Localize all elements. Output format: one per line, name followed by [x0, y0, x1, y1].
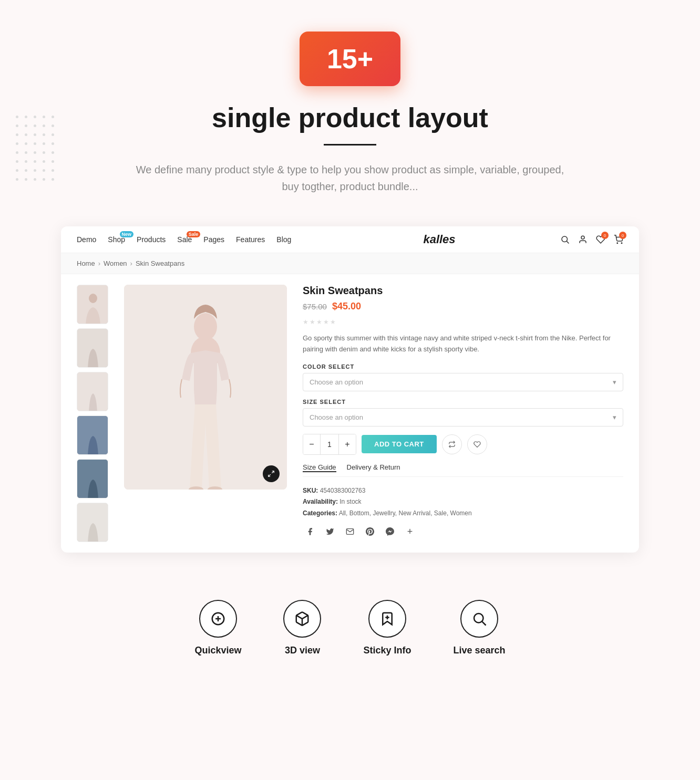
bookmark-icon: [379, 611, 395, 627]
size-chevron-icon: ▾: [613, 413, 616, 421]
quickview-label: Quickview: [194, 645, 241, 656]
breadcrumb: Home › Women › Skin Sweatpans: [61, 253, 639, 274]
qty-decrease-button[interactable]: −: [303, 434, 320, 454]
add-to-cart-row: − 1 + ADD TO CART: [303, 434, 623, 455]
site-logo: kalles: [318, 233, 560, 246]
3dview-label: 3D view: [285, 645, 320, 656]
product-main-image: -40%: [124, 285, 287, 542]
categories-row: Categories: All, Bottom, Jewellry, New A…: [303, 508, 623, 519]
size-select-placeholder: Choose an option: [310, 413, 363, 421]
product-stars: ★ ★ ★ ★ ★: [303, 318, 623, 326]
livesearch-icon-circle[interactable]: [460, 600, 498, 638]
account-nav-icon[interactable]: [578, 235, 588, 244]
availability-label: Availability:: [303, 498, 338, 505]
svg-line-17: [272, 471, 274, 473]
qty-increase-button[interactable]: +: [339, 434, 356, 454]
color-chevron-icon: ▾: [613, 378, 616, 386]
nav-shop[interactable]: Shop New: [108, 235, 125, 244]
sku-label: SKU:: [303, 487, 318, 494]
thumbnail-3[interactable]: [77, 372, 108, 411]
product-tabs: Size Guide Delivery & Return: [303, 463, 623, 477]
nav-blog[interactable]: Blog: [276, 235, 291, 244]
stickyinfo-icon-circle[interactable]: [368, 600, 406, 638]
wishlist-count: 0: [601, 232, 609, 239]
thumbnail-5[interactable]: [77, 459, 108, 498]
svg-line-18: [269, 474, 271, 476]
nav-products[interactable]: Products: [137, 235, 166, 244]
wishlist-button[interactable]: [467, 434, 487, 454]
nav-sale[interactable]: Sale Sale: [177, 235, 192, 244]
stickyinfo-label: Sticky Info: [363, 645, 411, 656]
livesearch-label: Live search: [454, 645, 506, 656]
product-price: $75.00 $45.00: [303, 301, 623, 312]
zoom-button[interactable]: [263, 465, 280, 482]
breadcrumb-home[interactable]: Home: [77, 259, 95, 267]
social-share-icons: +: [303, 524, 623, 539]
size-select-label: SIZE SELECT: [303, 399, 623, 405]
breadcrumb-women[interactable]: Women: [104, 259, 127, 267]
title-divider: [324, 144, 376, 145]
quantity-control: − 1 +: [303, 434, 356, 455]
product-content-area: -40%: [61, 274, 639, 553]
twitter-icon[interactable]: [323, 524, 337, 539]
more-share-icon[interactable]: +: [403, 524, 417, 539]
cart-nav-icon[interactable]: 0: [614, 235, 623, 244]
thumbnail-1[interactable]: [77, 285, 108, 324]
product-description: Go sporty this summer with this vintage …: [303, 333, 623, 355]
feature-sticky-info: Sticky Info: [363, 600, 411, 656]
features-strip: Quickview 3D view Sticky Info: [0, 574, 700, 688]
svg-point-6: [89, 294, 97, 303]
color-select-placeholder: Choose an option: [310, 378, 363, 386]
svg-line-1: [567, 241, 569, 243]
categories-label: Categories:: [303, 509, 337, 517]
nav-features[interactable]: Features: [236, 235, 265, 244]
pinterest-icon[interactable]: [363, 524, 377, 539]
svg-line-26: [482, 622, 486, 626]
quickview-icon-circle[interactable]: [199, 600, 237, 638]
thumbnail-4[interactable]: [77, 415, 108, 455]
tab-delivery[interactable]: Delivery & Return: [347, 463, 400, 472]
product-meta: SKU: 4540383002763 Availability: In stoc…: [303, 485, 623, 519]
feature-quickview: Quickview: [194, 600, 241, 656]
sku-row: SKU: 4540383002763: [303, 485, 623, 497]
facebook-icon[interactable]: [303, 524, 317, 539]
availability-value: In stock: [339, 498, 361, 505]
tab-size-guide[interactable]: Size Guide: [303, 463, 336, 472]
thumbnail-6[interactable]: [77, 503, 108, 542]
svg-point-0: [562, 236, 568, 242]
cart-count: 0: [619, 232, 626, 239]
3dview-icon-circle[interactable]: [283, 600, 321, 638]
search-nav-icon[interactable]: [560, 235, 570, 244]
wishlist-nav-icon[interactable]: 0: [596, 235, 605, 244]
quantity-value: 1: [320, 434, 339, 454]
breadcrumb-current: Skin Sweatpans: [136, 259, 184, 267]
svg-point-4: [621, 243, 622, 244]
hero-description: We define many product style & type to h…: [127, 161, 573, 195]
product-name: Skin Sweatpans: [303, 285, 623, 297]
color-select-label: COLOR SELECT: [303, 363, 623, 370]
email-icon[interactable]: [343, 524, 357, 539]
add-to-cart-button[interactable]: ADD TO CART: [362, 435, 437, 453]
thumbnail-2[interactable]: [77, 328, 108, 368]
color-select[interactable]: Choose an option ▾: [303, 373, 623, 391]
compare-button[interactable]: [442, 434, 462, 454]
feature-live-search: Live search: [454, 600, 506, 656]
sku-value: 4540383002763: [320, 487, 366, 494]
hero-section: 15+ single product layout We define many…: [0, 0, 700, 211]
messenger-icon[interactable]: [383, 524, 397, 539]
product-info-panel: Skin Sweatpans $75.00 $45.00 ★ ★ ★ ★ ★ G…: [303, 285, 623, 542]
nav-links: Demo Shop New Products Sale Sale Pages F…: [77, 235, 318, 244]
size-select[interactable]: Choose an option ▾: [303, 408, 623, 427]
svg-point-14: [194, 313, 217, 340]
nav-icon-group: 0 0: [560, 235, 623, 244]
availability-row: Availability: In stock: [303, 496, 623, 508]
sale-badge: Sale: [187, 231, 201, 237]
demo-navigation: Demo Shop New Products Sale Sale Pages F…: [61, 226, 639, 253]
plus-icon: [210, 611, 226, 627]
nav-demo[interactable]: Demo: [77, 235, 96, 244]
search-icon: [471, 611, 487, 627]
nav-pages[interactable]: Pages: [203, 235, 224, 244]
price-old: $75.00: [303, 302, 327, 311]
product-thumbnails: [77, 285, 108, 542]
product-demo-container: Demo Shop New Products Sale Sale Pages F…: [61, 226, 639, 553]
